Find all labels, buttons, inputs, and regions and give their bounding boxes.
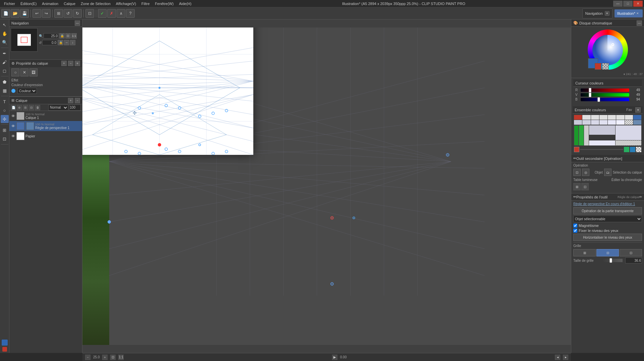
rotate-lock-btn[interactable]: 🔒 bbox=[58, 40, 63, 45]
layer-eye-1[interactable]: 👁 bbox=[11, 124, 15, 128]
operation-icon-1[interactable]: ⊡ bbox=[573, 169, 581, 176]
color-wheel-collapse[interactable]: — bbox=[637, 20, 642, 26]
swatch-10[interactable] bbox=[591, 120, 599, 125]
pal-1[interactable] bbox=[616, 125, 642, 140]
flip-v-btn[interactable]: ↕ bbox=[70, 40, 75, 45]
minimize-button[interactable]: — bbox=[613, 1, 623, 7]
drawing-canvas[interactable]: ✣ bbox=[82, 27, 253, 155]
swatch-0[interactable] bbox=[574, 115, 582, 120]
layer-eye-2[interactable]: 👁 bbox=[11, 134, 15, 138]
transform-button[interactable]: ⊞ bbox=[54, 9, 63, 18]
accent-red[interactable] bbox=[574, 147, 579, 152]
tool-pointer[interactable]: ↖ bbox=[1, 21, 9, 29]
effect-icon-2[interactable]: ✕ bbox=[20, 68, 28, 76]
nav-collapse-btn[interactable]: — bbox=[75, 20, 80, 26]
swatch-1[interactable] bbox=[582, 115, 590, 120]
vert-swatch-2[interactable] bbox=[579, 125, 584, 145]
flip-h-btn[interactable]: ↔ bbox=[64, 40, 69, 45]
tool-layer[interactable]: ⊞ bbox=[1, 126, 9, 134]
menu-fichier[interactable]: Fichier bbox=[1, 1, 18, 6]
zoom-minus-btn[interactable]: － bbox=[85, 355, 90, 360]
menu-affichage[interactable]: Affichage(V) bbox=[113, 1, 139, 6]
color-select[interactable]: Couleur bbox=[17, 88, 37, 94]
grid-btn-1[interactable]: ⊞ bbox=[573, 249, 596, 256]
pal-checker[interactable] bbox=[616, 140, 642, 146]
effect-icon-1[interactable]: ○ bbox=[11, 68, 19, 76]
scroll-right-btn[interactable]: ▸ bbox=[563, 355, 568, 360]
play-btn[interactable]: ▶ bbox=[332, 355, 337, 360]
rule-name-link[interactable]: Règle de perspective En cours d'édition … bbox=[573, 202, 642, 206]
grid-btn-2[interactable]: ⊟ bbox=[596, 249, 619, 256]
grid-size-thumb[interactable] bbox=[609, 258, 612, 263]
swatch-13[interactable] bbox=[616, 120, 624, 125]
pal-2[interactable] bbox=[589, 140, 615, 146]
tool-text[interactable]: T bbox=[1, 98, 9, 106]
swatch-11[interactable] bbox=[599, 120, 607, 125]
slider-r-thumb[interactable] bbox=[589, 88, 591, 93]
layer-copy-btn[interactable]: ⊕ bbox=[17, 105, 22, 110]
operation-icon-2[interactable]: ◎ bbox=[582, 169, 589, 176]
rotate-right-button[interactable]: ↻ bbox=[73, 9, 82, 18]
palette-collapse[interactable]: ▾ bbox=[635, 107, 641, 113]
canvas-tab-close[interactable]: ✕ bbox=[635, 11, 640, 16]
swatch-2[interactable] bbox=[591, 115, 599, 120]
swatch-9[interactable] bbox=[582, 120, 590, 125]
secondary-color-swatch[interactable] bbox=[595, 63, 601, 70]
horizontalize-btn[interactable]: Horizontaliser le niveau des yeux bbox=[573, 234, 642, 241]
layer-row-2[interactable]: 👁 Papier bbox=[9, 131, 82, 141]
check1-button[interactable]: ✓ bbox=[98, 9, 107, 18]
menu-animation[interactable]: Animation bbox=[39, 1, 61, 6]
save-button[interactable]: 💾 bbox=[20, 9, 29, 18]
swatch-5[interactable] bbox=[616, 115, 624, 120]
layer-add-btn[interactable]: + bbox=[68, 98, 73, 103]
swatch-8[interactable] bbox=[574, 120, 582, 125]
zoom-input[interactable] bbox=[44, 33, 59, 39]
vp-center-point[interactable] bbox=[330, 216, 334, 220]
transparent-swatch[interactable] bbox=[602, 63, 609, 70]
select-layer-icon[interactable]: 🗂 bbox=[604, 169, 611, 176]
grid-size-input[interactable] bbox=[625, 257, 642, 263]
swatch-6[interactable] bbox=[625, 115, 633, 120]
zoom-actual-btn[interactable]: 1:1 bbox=[118, 355, 124, 360]
foreground-color[interactable] bbox=[2, 340, 8, 346]
layer-trash-btn[interactable]: 🗑 bbox=[35, 105, 40, 110]
new-button[interactable]: 📄 bbox=[1, 9, 10, 18]
menu-zone-selection[interactable]: Zone de Sélection bbox=[78, 1, 113, 6]
magnetism-checkbox[interactable] bbox=[573, 224, 577, 228]
swatch-14[interactable] bbox=[633, 120, 641, 125]
canvas-tab[interactable]: Illustration* bbox=[617, 11, 635, 15]
swatch-checker[interactable] bbox=[625, 120, 633, 125]
layer-delete-btn[interactable]: − bbox=[75, 98, 80, 103]
tool-zoom[interactable]: 🔍 bbox=[1, 38, 9, 46]
background-color[interactable] bbox=[2, 347, 7, 352]
slider-b-track[interactable] bbox=[581, 98, 629, 101]
layer-group-btn[interactable]: ⊞ bbox=[23, 105, 28, 110]
fix-eye-checkbox[interactable] bbox=[573, 229, 577, 233]
slider-r-track[interactable] bbox=[581, 88, 629, 92]
vp-bottom-point[interactable] bbox=[330, 282, 334, 286]
undo-button[interactable]: ↩ bbox=[33, 9, 41, 18]
misc-btn-2[interactable]: ⊡ bbox=[581, 183, 589, 190]
swatch-7[interactable] bbox=[633, 115, 641, 120]
tab-close[interactable]: ✕ bbox=[605, 11, 609, 16]
layer-new-btn[interactable]: 📄 bbox=[11, 105, 16, 110]
tool-eraser[interactable]: ◻ bbox=[1, 67, 9, 75]
layer-eye-0[interactable]: 👁 bbox=[11, 114, 15, 118]
tool-hand[interactable]: ✋ bbox=[1, 29, 9, 38]
swatch-12[interactable] bbox=[608, 120, 616, 125]
slider-b-thumb[interactable] bbox=[597, 97, 600, 102]
grid-btn-3[interactable]: ⊡ bbox=[620, 249, 642, 256]
accent-green[interactable] bbox=[624, 147, 629, 152]
redo-button[interactable]: ↪ bbox=[42, 9, 51, 18]
rotate-input[interactable] bbox=[42, 40, 57, 45]
zoom-actual-btn[interactable]: 1:1 bbox=[71, 33, 77, 39]
menu-filtre[interactable]: Filtre bbox=[139, 1, 152, 6]
effect-icon-3[interactable]: 🖼 bbox=[29, 68, 38, 76]
swatch-4[interactable] bbox=[608, 115, 616, 120]
accent-checker[interactable] bbox=[636, 147, 641, 152]
zoom-lock-btn[interactable]: 🔒 bbox=[59, 33, 65, 39]
crop-button[interactable]: ⊡ bbox=[85, 9, 94, 18]
menu-aide[interactable]: Aide(H) bbox=[176, 1, 194, 6]
help-button[interactable]: ? bbox=[126, 9, 135, 18]
slider-v-thumb[interactable] bbox=[589, 93, 591, 97]
